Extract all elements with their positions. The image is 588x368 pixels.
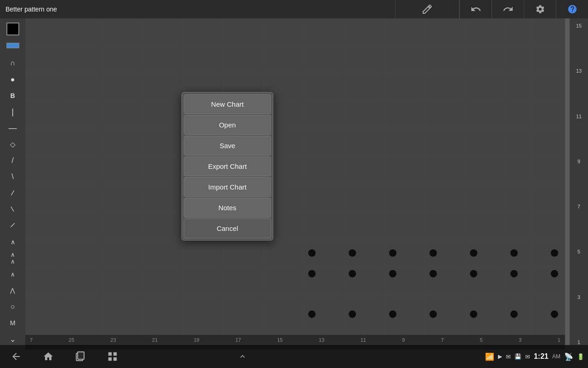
right-ruler: 15 13 11 9 7 5 3 1 [570,18,588,350]
notes-button[interactable]: Notes [184,198,271,218]
tool-backslash2[interactable]: \ [3,201,23,217]
battery-icon: 🔋 [577,353,584,360]
open-button[interactable]: Open [184,115,271,135]
ruler-num-15: 15 [576,23,582,29]
color-swatch-blue[interactable] [3,38,23,53]
tool-slash2[interactable]: / [3,185,23,201]
ruler-num-1: 1 [577,339,580,345]
am-pm: AM [552,353,560,360]
tool-arrow3[interactable]: ∧ [3,266,23,282]
play-icon: ▶ [498,353,502,360]
ruler-num-13: 13 [576,68,582,74]
undo-button[interactable] [459,0,492,18]
tool-arrow1[interactable]: ∧ [3,234,23,249]
redo-button[interactable] [492,0,524,18]
tool-bold[interactable]: B [3,88,23,103]
tool-backslash1[interactable]: \ [3,169,23,184]
tool-v-arrow[interactable]: ⌄ [3,332,23,347]
tool-hline[interactable]: — [3,121,23,136]
ruler-num-5: 5 [577,249,580,254]
tool-arch[interactable]: ∩ [3,56,23,71]
status-bar: 📶 ▶ ✉ 💾 ✉ 1:21 AM 📡 🔋 [356,352,588,361]
pencil-area [395,0,459,18]
tool-dot[interactable]: ● [3,72,23,87]
top-bar: Better pattern one [0,0,588,18]
wifi-icon: 📡 [564,352,573,361]
left-toolbar: ∩ ● B | — ◇ / \ / \ / ∧ ∧∧ ∧ ⋀ ○ M ⌄ [0,18,25,350]
cancel-button[interactable]: Cancel [184,218,271,238]
help-button[interactable] [556,0,588,18]
svg-rect-45 [78,352,84,359]
tool-arrow4[interactable]: ⋀ [3,283,23,298]
ruler-num-9: 9 [577,159,580,164]
tool-slash1[interactable]: / [3,153,23,168]
color-swatch-black[interactable] [3,21,23,36]
tool-slash3[interactable]: / [3,218,23,233]
import-chart-button[interactable]: Import Chart [184,177,271,197]
modal-overlay[interactable]: New Chart Open Save Export Chart Import … [25,18,565,350]
export-chart-button[interactable]: Export Chart [184,156,271,176]
save-button[interactable]: Save [184,136,271,155]
mail2-icon: ✉ [525,353,530,360]
tool-circle[interactable]: ○ [3,299,23,314]
clock: 1:21 [534,352,548,361]
tool-m[interactable]: M [3,315,23,330]
tool-vline[interactable]: | [3,104,23,119]
tool-arrow2[interactable]: ∧∧ [3,250,23,265]
sd-icon: 💾 [514,353,521,360]
app-title: Better pattern one [0,6,395,13]
ruler-num-7: 7 [577,204,580,209]
mail-icon: ✉ [506,353,511,360]
ruler-num-3: 3 [577,294,580,300]
popup-menu: New Chart Open Save Export Chart Import … [181,92,273,241]
ruler-num-11: 11 [576,114,582,119]
tool-diamond[interactable]: ◇ [3,137,23,152]
new-chart-button[interactable]: New Chart [184,94,271,114]
signal-icon: 📶 [485,352,494,361]
pencil-icon [422,4,433,15]
settings-button[interactable] [524,0,556,18]
